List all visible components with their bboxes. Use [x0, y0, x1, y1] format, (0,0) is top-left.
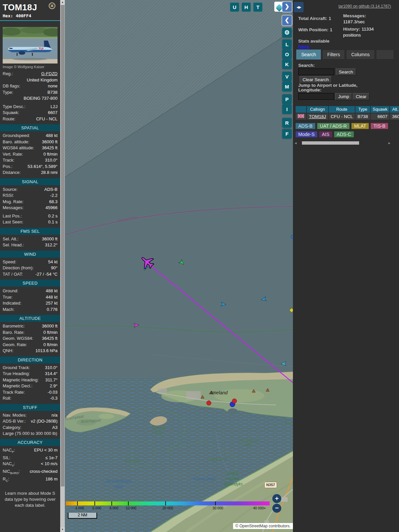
scrollbar-thumb[interactable] — [61, 5, 65, 486]
data-value: 36000 ft — [42, 139, 58, 145]
hex-label: Hex: — [3, 13, 13, 18]
data-value[interactable]: G-FDZD — [41, 71, 58, 77]
map-button-l[interactable]: L — [282, 40, 292, 49]
data-label: True: — [3, 294, 13, 301]
section-header: STUFF — [0, 404, 60, 411]
jump-button[interactable]: Jump — [335, 93, 352, 100]
tab-filler — [376, 50, 394, 60]
data-label: Ground Track: — [3, 365, 30, 371]
data-value: -0.03 — [48, 389, 58, 396]
data-value: 0 ft/min — [43, 330, 58, 336]
data-label: Speed: — [3, 259, 16, 265]
data-row: Magnetic Heading:311.7° — [0, 377, 60, 383]
col-flag[interactable] — [296, 106, 306, 113]
data-row: Large (75 000 to 300 000 lb) — [0, 431, 60, 437]
sidebar-scrollbar[interactable]: ▲ ▼ — [60, 0, 65, 532]
data-row: United Kingdom — [0, 77, 60, 83]
data-row: ADS-B Ver.:v2 (DO-260B) — [0, 418, 60, 425]
button-h[interactable]: H — [242, 3, 251, 12]
collapse-button[interactable]: ❮ — [282, 16, 292, 25]
map-button-m[interactable]: M — [282, 82, 292, 91]
svg-text:TUI: TUI — [39, 47, 44, 50]
data-label: Groundspeed: — [3, 133, 30, 139]
map-button-v[interactable]: V — [282, 72, 292, 81]
scrollbar-thumb[interactable] — [302, 141, 359, 145]
tab-columns[interactable]: Columns — [346, 50, 374, 60]
badge-ais[interactable]: AIS — [319, 131, 332, 137]
map-button-p[interactable]: P — [282, 94, 292, 104]
data-row: Mach:0.776 — [0, 307, 60, 313]
data-value: 488 kt — [46, 133, 58, 139]
scroll-down-icon[interactable]: ▼ — [60, 527, 65, 532]
close-button[interactable] — [49, 2, 56, 9]
data-label: NICBARO: — [3, 468, 20, 476]
search-button[interactable]: Search — [336, 68, 356, 75]
altitude-tick-label: 10 000 — [126, 506, 136, 510]
scroll-up-icon[interactable]: ▲ — [60, 0, 65, 5]
button-u[interactable]: U — [230, 3, 239, 12]
data-label: Last Pos.: — [3, 213, 22, 219]
stats-here-link[interactable]: here — [298, 44, 310, 50]
map-button-i[interactable]: I — [282, 104, 292, 114]
data-row: Type:B738 — [0, 89, 60, 96]
horizontal-scrollbar[interactable]: ◀ ▶ — [294, 141, 391, 145]
badge-mlat[interactable]: MLAT — [351, 123, 369, 129]
map-button-f[interactable]: F — [282, 129, 292, 139]
clear-search-button[interactable]: Clear Search — [300, 76, 332, 83]
flag-cell — [296, 113, 306, 120]
badge-ads-b[interactable]: ADS-B — [296, 123, 315, 129]
col-squawk[interactable]: Squawk — [371, 106, 389, 113]
data-row: Pos.:53.614°, 5.589° — [0, 164, 60, 170]
panel-toggle-button[interactable]: ◀▶ — [294, 2, 304, 12]
data-row: SIL:≤ 1e-7 — [0, 455, 60, 461]
aircraft-table: Callsign Route Type Squawk Alt. (ft) — [295, 105, 399, 120]
scroll-left-icon[interactable]: ◀ — [294, 142, 297, 145]
zoom-out-button[interactable]: − — [272, 504, 281, 513]
badge-mode-s[interactable]: Mode-S — [296, 131, 317, 137]
tab-filters[interactable]: Filters — [322, 50, 345, 60]
col-callsign[interactable]: Callsign — [307, 106, 328, 113]
data-label: Messages: — [3, 205, 24, 211]
road-shield: N357 — [264, 482, 277, 488]
data-value: n/a — [52, 412, 58, 419]
button-t[interactable]: T — [253, 3, 262, 12]
badge-ads-c[interactable]: ADS-C — [334, 131, 354, 137]
scroll-right-icon[interactable]: ▶ — [388, 142, 391, 145]
section-header: ALTITUDE — [0, 315, 60, 322]
table-row[interactable]: TOM18J CFU - NCL B738 6607 36000 — [296, 113, 399, 120]
total-aircraft-value: 1 — [329, 16, 331, 21]
settings-button[interactable]: ⚙ — [282, 28, 292, 38]
map-attribution[interactable]: © OpenStreetMap contributors. — [233, 523, 293, 529]
altitude-tick — [77, 501, 78, 505]
clear-button[interactable]: Clear — [353, 93, 369, 100]
col-alt[interactable]: Alt. (ft) — [390, 106, 399, 113]
data-value: none — [48, 83, 58, 89]
map-button-r[interactable]: R — [282, 118, 292, 128]
map-button-o[interactable]: O — [282, 50, 292, 59]
data-row: NICBARO:cross-checked — [0, 468, 60, 476]
data-value: 257 kt — [46, 300, 58, 307]
jump-input[interactable] — [298, 93, 334, 100]
expand-button[interactable]: ❯ — [282, 2, 292, 12]
badge-uat-ads-r[interactable]: UAT / ADS-R — [317, 123, 349, 129]
github-link[interactable]: tar1090 on github (3.14.1767) — [338, 4, 391, 9]
col-route[interactable]: Route — [329, 106, 355, 113]
scrollbar-track[interactable] — [297, 141, 388, 145]
data-value: United Kingdom — [27, 77, 58, 83]
data-value: 36000 ft — [42, 236, 58, 242]
map[interactable]: NederlandAmelandBoschplaatBoschplaatBlau… — [65, 0, 293, 532]
data-value: 36425 ft — [42, 335, 58, 342]
badge-tis-b[interactable]: TIS-B — [371, 123, 388, 129]
zoom-in-button[interactable]: + — [272, 494, 281, 503]
tab-search[interactable]: Search — [296, 50, 321, 60]
stats-column-left: Total Aircraft: 1 With Position: 1 Stats… — [298, 15, 332, 50]
section-header: SPATIAL — [0, 124, 60, 131]
search-input[interactable] — [298, 68, 334, 75]
aircraft-photo[interactable]: TUI — [3, 27, 58, 64]
map-button-k[interactable]: K — [282, 60, 292, 69]
data-row: NACV:< 10 m/s — [0, 461, 60, 468]
map-dot-red — [206, 401, 211, 405]
col-type[interactable]: Type — [355, 106, 370, 113]
cell-callsign[interactable]: TOM18J — [307, 113, 328, 120]
data-row: True:448 kt — [0, 294, 60, 301]
